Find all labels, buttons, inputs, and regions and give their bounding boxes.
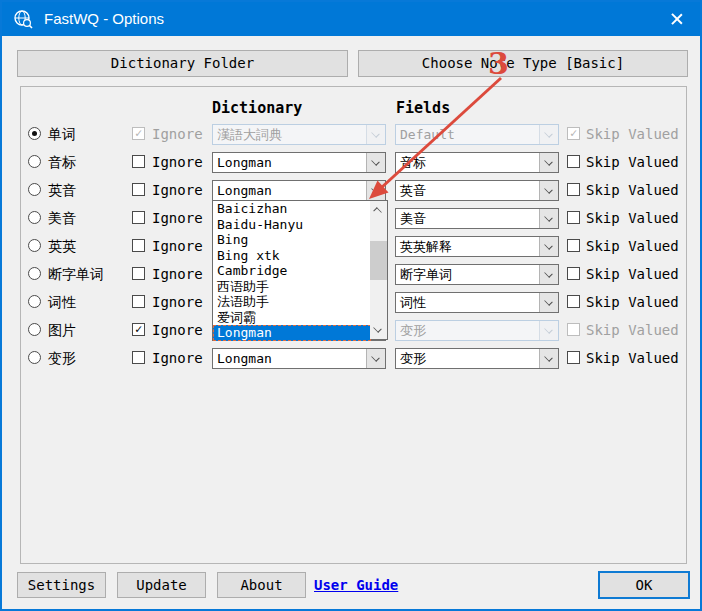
scrollbar-thumb[interactable] [370,241,387,280]
row-label: 音标 [48,148,76,176]
chevron-down-icon [539,293,558,312]
ignore-checkbox[interactable] [132,239,145,252]
about-button[interactable]: About [217,572,306,598]
radio-hyphen-word[interactable] [28,267,41,280]
field-select[interactable]: 音标 [395,152,559,173]
dictionary-select[interactable]: 漢語大詞典 [212,124,386,145]
option-row-inflection: 变形 Ignore Longman 变形 Skip Valued [2,344,702,372]
dictionary-select[interactable]: Longman [212,152,386,173]
ignore-checkbox[interactable] [132,183,145,196]
dropdown-item[interactable]: Bing xtk [213,248,371,264]
radio-image[interactable] [28,323,41,336]
row-label: 变形 [48,344,76,372]
skip-valued-checkbox[interactable] [567,239,580,252]
chevron-down-icon [539,349,558,368]
globe-search-icon [13,9,33,29]
ignore-checkbox[interactable] [132,323,145,336]
ignore-checkbox[interactable] [132,295,145,308]
window-title: FastWQ - Options [44,2,164,36]
field-select[interactable]: 英英解释 [395,236,559,257]
dictionary-dropdown-list: Baicizhan Baidu-Hanyu Bing Bing xtk Camb… [212,200,388,340]
skip-valued-checkbox[interactable] [567,127,580,140]
skip-valued-checkbox[interactable] [567,155,580,168]
skip-valued-checkbox[interactable] [567,211,580,224]
choose-note-type-button[interactable]: Choose Note Type [Basic] [358,50,688,77]
dropdown-scrollbar[interactable] [370,201,387,339]
skip-valued-label: Skip Valued [586,232,679,260]
row-label: 单词 [48,120,76,148]
title-bar: FastWQ - Options [2,2,700,36]
skip-valued-label: Skip Valued [586,288,679,316]
field-select[interactable]: 英音 [395,180,559,201]
skip-valued-checkbox[interactable] [567,267,580,280]
skip-valued-checkbox[interactable] [567,351,580,364]
skip-valued-checkbox[interactable] [567,183,580,196]
skip-valued-label: Skip Valued [586,148,679,176]
field-select[interactable]: Default [395,124,559,145]
ignore-checkbox[interactable] [132,127,145,140]
dropdown-item[interactable]: 爱词霸 [213,310,371,326]
dictionary-folder-button[interactable]: Dictionary Folder [17,50,348,77]
chevron-down-icon [366,125,385,144]
field-select[interactable]: 美音 [395,208,559,229]
ok-button[interactable]: OK [598,571,690,599]
ignore-label: Ignore [152,120,203,148]
ignore-label: Ignore [152,204,203,232]
dropdown-item[interactable]: 西语助手 [213,279,371,295]
ignore-label: Ignore [152,260,203,288]
radio-phonetic[interactable] [28,155,41,168]
skip-valued-label: Skip Valued [586,344,679,372]
ignore-checkbox[interactable] [132,267,145,280]
scroll-up-icon[interactable] [370,201,387,218]
skip-valued-label: Skip Valued [586,204,679,232]
field-select[interactable]: 变形 [395,320,559,341]
ignore-checkbox[interactable] [132,351,145,364]
chevron-down-icon [366,349,385,368]
dropdown-item[interactable]: Baicizhan [213,201,371,217]
radio-inflection[interactable] [28,351,41,364]
chevron-down-icon [539,125,558,144]
dropdown-item[interactable]: Bing [213,232,371,248]
row-label: 英英 [48,232,76,260]
option-row-word: 单词 Ignore 漢語大詞典 Default Skip Valued [2,120,702,148]
scroll-down-icon[interactable] [370,322,387,339]
field-select[interactable]: 变形 [395,348,559,369]
skip-valued-checkbox[interactable] [567,295,580,308]
ignore-checkbox[interactable] [132,211,145,224]
ignore-label: Ignore [152,176,203,204]
update-button[interactable]: Update [117,572,206,598]
user-guide-link[interactable]: User Guide [314,572,398,598]
radio-uk-audio[interactable] [28,183,41,196]
row-label: 美音 [48,204,76,232]
skip-valued-label: Skip Valued [586,316,679,344]
row-label: 词性 [48,288,76,316]
close-button[interactable] [654,2,700,36]
dropdown-item[interactable]: 法语助手 [213,294,371,310]
skip-valued-checkbox[interactable] [567,323,580,336]
field-select[interactable]: 断字单词 [395,264,559,285]
dictionary-select[interactable]: Longman [212,348,386,369]
radio-en-def[interactable] [28,239,41,252]
option-row-phonetic: 音标 Ignore Longman 音标 Skip Valued [2,148,702,176]
dropdown-item[interactable]: Baidu-Hanyu [213,217,371,233]
chevron-down-icon [366,153,385,172]
ignore-checkbox[interactable] [132,155,145,168]
chevron-down-icon [366,181,385,200]
dropdown-item-selected[interactable]: Longman [213,325,371,341]
row-label: 英音 [48,176,76,204]
skip-valued-label: Skip Valued [586,260,679,288]
radio-word[interactable] [28,127,41,140]
radio-us-audio[interactable] [28,211,41,224]
options-dialog: FastWQ - Options Dictionary Folder Choos… [0,0,702,611]
chevron-down-icon [539,265,558,284]
field-select[interactable]: 词性 [395,292,559,313]
dictionary-select-open[interactable]: Longman [212,180,386,201]
ignore-label: Ignore [152,232,203,260]
settings-button[interactable]: Settings [17,572,106,598]
dropdown-item[interactable]: Cambridge [213,263,371,279]
ignore-label: Ignore [152,288,203,316]
radio-pos[interactable] [28,295,41,308]
ignore-label: Ignore [152,344,203,372]
skip-valued-label: Skip Valued [586,176,679,204]
close-icon [671,13,683,25]
